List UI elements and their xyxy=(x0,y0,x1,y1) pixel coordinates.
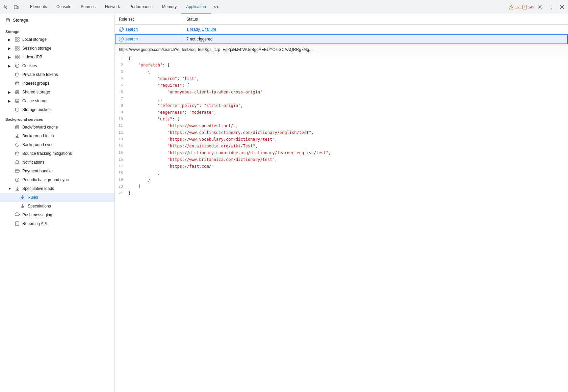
line-number: 18 xyxy=(115,170,128,176)
sidebar-header-label: Storage xyxy=(13,18,28,23)
svg-point-29 xyxy=(16,99,19,100)
svg-rect-19 xyxy=(18,55,19,57)
sidebar-item-reporting-api[interactable]: ▶ Reporting API xyxy=(0,219,114,228)
svg-rect-12 xyxy=(15,40,17,41)
cookie-icon xyxy=(15,63,20,68)
code-line: 15 "https://dictionary.cambridge.org/dic… xyxy=(115,149,568,156)
line-content: "https://www.speedtest.net/", xyxy=(128,123,568,129)
line-number: 10 xyxy=(115,116,128,122)
line-number: 8 xyxy=(115,103,128,109)
code-line: 1{ xyxy=(115,55,568,62)
sync-icon xyxy=(15,142,20,147)
tab-console[interactable]: Console xyxy=(52,0,76,14)
line-number: 21 xyxy=(115,190,128,196)
tab-elements[interactable]: Elements xyxy=(25,0,52,14)
sidebar-item-bounce-tracking[interactable]: ▶ Bounce tracking mitigations xyxy=(0,149,114,158)
tab-sources[interactable]: Sources xyxy=(76,0,100,14)
svg-point-9 xyxy=(6,18,9,20)
sidebar-item-label: Periodic background sync xyxy=(22,177,69,182)
close-icon[interactable] xyxy=(557,2,567,12)
sidebar-item-speculative-loads[interactable]: ▼ Speculative loads xyxy=(0,184,114,193)
db-icon xyxy=(15,151,20,156)
svg-point-26 xyxy=(16,73,19,74)
table-row[interactable]: search 1 ready, 1 failure xyxy=(115,25,568,34)
svg-point-23 xyxy=(16,65,17,65)
line-number: 4 xyxy=(115,76,128,82)
more-options-icon[interactable] xyxy=(546,2,556,12)
db-icon xyxy=(15,90,20,94)
sidebar-item-cache-storage[interactable]: ▶ Cache storage xyxy=(0,96,114,105)
clock-icon xyxy=(15,177,20,182)
code-line: 7 ], xyxy=(115,95,568,102)
table-row[interactable]: search 7 not triggered xyxy=(115,34,568,44)
tab-bar: Elements Console Sources Network Perform… xyxy=(0,0,568,14)
svg-rect-16 xyxy=(15,49,17,50)
more-tabs-button[interactable]: >> xyxy=(211,2,221,12)
svg-rect-21 xyxy=(18,57,19,59)
sidebar-item-rules[interactable]: ▶ Rules xyxy=(0,193,114,202)
code-line: 16 "https://www.britannica.com/dictionar… xyxy=(115,156,568,163)
ruleset-link[interactable]: search xyxy=(126,27,138,32)
sidebar-item-label: Session storage xyxy=(22,46,51,51)
expand-chevron: ▼ xyxy=(8,187,12,191)
sidebar-item-label: Speculative loads xyxy=(22,186,54,191)
card-icon xyxy=(15,169,20,173)
tab-memory[interactable]: Memory xyxy=(157,0,181,14)
line-number: 13 xyxy=(115,136,128,142)
svg-point-8 xyxy=(551,8,551,8)
sidebar-item-background-fetch[interactable]: ▶ Background fetch xyxy=(0,132,114,140)
svg-point-22 xyxy=(16,64,19,68)
sidebar-item-label: Notifications xyxy=(22,160,44,165)
svg-point-7 xyxy=(551,6,551,7)
code-line: 18 ] xyxy=(115,170,568,176)
svg-rect-15 xyxy=(18,46,19,48)
expand-chevron: ▶ xyxy=(8,64,12,68)
code-line: 9 "eagerness": "moderate", xyxy=(115,109,568,116)
sidebar-item-payment-handler[interactable]: ▶ Payment handler xyxy=(0,167,114,175)
code-line: 21} xyxy=(115,190,568,197)
settings-icon[interactable] xyxy=(536,2,545,12)
sidebar-item-shared-storage[interactable]: ▶ Shared storage xyxy=(0,88,114,96)
status-link[interactable]: 1 ready, 1 failure xyxy=(186,27,216,32)
tab-application[interactable]: Application xyxy=(181,0,211,14)
sidebar-item-notifications[interactable]: ▶ Notifications xyxy=(0,158,114,167)
line-number: 19 xyxy=(115,177,128,183)
svg-rect-20 xyxy=(15,57,17,59)
cursor-icon[interactable] xyxy=(1,2,11,12)
sidebar-item-interest-groups[interactable]: ▶ Interest groups xyxy=(0,79,114,88)
sidebar-item-push-messaging[interactable]: ▶ Push messaging xyxy=(0,211,114,219)
code-line: 13 "https://www.vocabulary.com/dictionar… xyxy=(115,136,568,143)
code-line: 8 "referrer_policy": "strict-origin", xyxy=(115,102,568,109)
sidebar-item-storage-buckets[interactable]: ▶ Storage buckets xyxy=(0,105,114,114)
sidebar-item-local-storage[interactable]: ▶ Local storage xyxy=(0,35,114,44)
doc-icon xyxy=(15,221,20,226)
expand-chevron: ▶ xyxy=(8,99,12,103)
tab-performance[interactable]: Performance xyxy=(125,0,157,14)
sidebar-item-private-state-tokens[interactable]: ▶ Private state tokens xyxy=(0,70,114,79)
svg-rect-0 xyxy=(14,5,17,9)
sidebar-item-background-sync[interactable]: ▶ Background sync xyxy=(0,140,114,149)
sidebar-item-label: Interest groups xyxy=(22,81,49,86)
code-line: 6 "anonymous-client-ip-when-cross-origin… xyxy=(115,89,568,95)
sidebar-item-speculations[interactable]: ▶ Speculations xyxy=(0,202,114,211)
code-line: 5 "requires": [ xyxy=(115,82,568,89)
svg-rect-13 xyxy=(18,40,19,41)
line-number: 7 xyxy=(115,96,128,102)
col-ruleset-header: Rule set xyxy=(115,14,182,24)
tab-network[interactable]: Network xyxy=(100,0,125,14)
sidebar-item-label: Rules xyxy=(28,195,38,200)
device-icon[interactable] xyxy=(11,2,21,12)
ruleset-link[interactable]: search xyxy=(126,37,138,41)
speculative-icon xyxy=(15,186,20,191)
line-number: 5 xyxy=(115,82,128,88)
arrow-down-icon xyxy=(15,134,20,138)
code-area[interactable]: 1{2 "prefetch": [3 {4 "source": "list",5… xyxy=(115,55,568,392)
line-content: "https://dictionary.cambridge.org/dictio… xyxy=(128,150,568,156)
svg-point-25 xyxy=(17,66,17,67)
sidebar-item-periodic-bg-sync[interactable]: ▶ Periodic background sync xyxy=(0,175,114,184)
sidebar-item-back-forward-cache[interactable]: ▶ Back/forward cache xyxy=(0,123,114,132)
sidebar-item-indexed-db[interactable]: ▶ IndexedDB xyxy=(0,53,114,61)
sidebar-header: Storage xyxy=(0,14,114,26)
sidebar-item-cookies[interactable]: ▶ Cookies xyxy=(0,61,114,70)
sidebar-item-session-storage[interactable]: ▶ Session storage xyxy=(0,44,114,53)
